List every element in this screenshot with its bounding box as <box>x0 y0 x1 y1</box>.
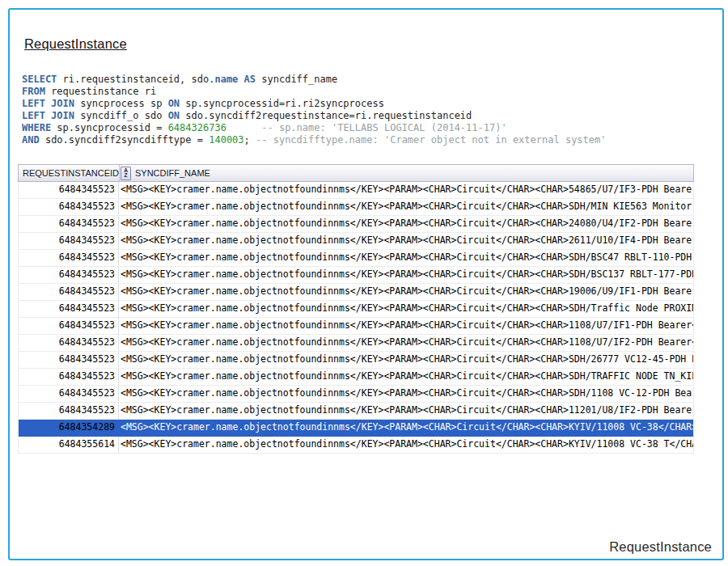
cell-requestinstanceid[interactable]: 6484345523 <box>19 352 118 368</box>
table-row[interactable]: 6484345523<MSG><KEY>cramer.name.objectno… <box>19 335 693 352</box>
sql-editor: SELECT ri.requestinstanceid, sdo.name AS… <box>22 74 607 146</box>
cell-requestinstanceid[interactable]: 6484345523 <box>19 199 118 215</box>
column-header-syncdiff-name[interactable]: A Z SYNCDIFF_NAME <box>120 165 693 181</box>
sql-token-plain: syncprocess sp <box>74 98 168 109</box>
cell-syncdiff-name[interactable]: <MSG><KEY>cramer.name.objectnotfoundinnm… <box>118 199 693 215</box>
cell-syncdiff-name[interactable]: <MSG><KEY>cramer.name.objectnotfoundinnm… <box>118 182 693 198</box>
results-grid: REQUESTINSTANCEID A Z SYNCDIFF_NAME 6484… <box>18 164 694 454</box>
sql-token-plain: ri.requestinstanceid, sdo. <box>57 74 214 85</box>
cell-syncdiff-name[interactable]: <MSG><KEY>cramer.name.objectnotfoundinnm… <box>118 420 693 436</box>
cell-syncdiff-name[interactable]: <MSG><KEY>cramer.name.objectnotfoundinnm… <box>118 369 693 385</box>
grid-header: REQUESTINSTANCEID A Z SYNCDIFF_NAME <box>18 164 694 182</box>
table-row[interactable]: 6484345523<MSG><KEY>cramer.name.objectno… <box>19 352 693 369</box>
sql-line: WHERE sp.syncprocessid = 6484326736 -- s… <box>22 122 607 134</box>
cell-requestinstanceid[interactable]: 6484345523 <box>19 182 118 198</box>
cell-requestinstanceid[interactable]: 6484354289 <box>19 420 118 436</box>
sql-token-plain: sp.syncprocessid=ri.ri2syncprocess <box>180 98 384 109</box>
cell-requestinstanceid[interactable]: 6484355614 <box>19 437 118 453</box>
sql-line: LEFT JOIN syncprocess sp ON sp.syncproce… <box>22 98 607 110</box>
cell-requestinstanceid[interactable]: 6484345523 <box>19 301 118 317</box>
cell-syncdiff-name[interactable]: <MSG><KEY>cramer.name.objectnotfoundinnm… <box>118 267 693 283</box>
cell-requestinstanceid[interactable]: 6484345523 <box>19 216 118 232</box>
sql-token-plain: sp.syncprocessid = <box>51 122 168 133</box>
sql-token-num: 6484326736 <box>168 122 226 133</box>
sort-icon-letter-bottom: Z <box>125 173 128 178</box>
cell-syncdiff-name[interactable]: <MSG><KEY>cramer.name.objectnotfoundinnm… <box>118 233 693 249</box>
table-row[interactable]: 6484345523<MSG><KEY>cramer.name.objectno… <box>19 386 693 403</box>
sql-token-kw: LEFT JOIN <box>22 110 74 121</box>
cell-syncdiff-name[interactable]: <MSG><KEY>cramer.name.objectnotfoundinnm… <box>118 335 693 351</box>
sql-token-kw: SELECT <box>22 74 57 85</box>
sql-token-plain: requestinstance ri <box>45 86 156 97</box>
sql-token-kw: LEFT JOIN <box>22 98 74 109</box>
cell-requestinstanceid[interactable]: 6484345523 <box>19 267 118 283</box>
sql-line: SELECT ri.requestinstanceid, sdo.name AS… <box>22 74 607 86</box>
table-row[interactable]: 6484345523<MSG><KEY>cramer.name.objectno… <box>19 250 693 267</box>
sql-line: LEFT JOIN syncdiff_o sdo ON sdo.syncdiff… <box>22 110 607 122</box>
table-row[interactable]: 6484345523<MSG><KEY>cramer.name.objectno… <box>19 267 693 284</box>
sql-token-kw: AND <box>22 134 40 146</box>
column-header-requestinstanceid[interactable]: REQUESTINSTANCEID <box>19 165 120 181</box>
cell-syncdiff-name[interactable]: <MSG><KEY>cramer.name.objectnotfoundinnm… <box>118 250 693 266</box>
table-row[interactable]: 6484345523<MSG><KEY>cramer.name.objectno… <box>19 233 693 250</box>
cell-requestinstanceid[interactable]: 6484345523 <box>19 233 118 249</box>
footer-label: RequestInstance <box>609 539 712 555</box>
column-label-requestinstanceid: REQUESTINSTANCEID <box>23 168 119 178</box>
cell-syncdiff-name[interactable]: <MSG><KEY>cramer.name.objectnotfoundinnm… <box>118 301 693 317</box>
table-row[interactable]: 6484345523<MSG><KEY>cramer.name.objectno… <box>19 301 693 318</box>
table-row[interactable]: 6484345523<MSG><KEY>cramer.name.objectno… <box>19 199 693 216</box>
sql-line: FROM requestinstance ri <box>22 86 607 98</box>
cell-syncdiff-name[interactable]: <MSG><KEY>cramer.name.objectnotfoundinnm… <box>118 386 693 402</box>
table-row-selected[interactable]: 6484354289<MSG><KEY>cramer.name.objectno… <box>19 420 693 437</box>
cell-syncdiff-name[interactable]: <MSG><KEY>cramer.name.objectnotfoundinnm… <box>118 437 693 453</box>
cell-syncdiff-name[interactable]: <MSG><KEY>cramer.name.objectnotfoundinnm… <box>118 318 693 334</box>
sql-token-plain: syncdiff_o sdo <box>74 110 168 121</box>
sql-token-kw: FROM <box>22 86 45 97</box>
table-row[interactable]: 6484345523<MSG><KEY>cramer.name.objectno… <box>19 369 693 386</box>
cell-syncdiff-name[interactable]: <MSG><KEY>cramer.name.objectnotfoundinnm… <box>118 216 693 232</box>
results-body: 6484345523<MSG><KEY>cramer.name.objectno… <box>18 182 694 454</box>
cell-requestinstanceid[interactable]: 6484345523 <box>19 386 118 402</box>
sql-token-plain: sdo.syncdiff2syncdifftype = <box>40 134 210 146</box>
sql-token-kw: WHERE <box>22 122 51 133</box>
sql-token-kw: ON <box>168 110 180 121</box>
cell-requestinstanceid[interactable]: 6484345523 <box>19 284 118 300</box>
sql-token-comment: -- sp.name: 'TELLABS LOGICAL (2014-11-17… <box>261 122 506 133</box>
sql-token-kw: AS <box>244 74 256 85</box>
sql-line: AND sdo.syncdiff2syncdifftype = 140003; … <box>22 134 607 146</box>
cell-syncdiff-name[interactable]: <MSG><KEY>cramer.name.objectnotfoundinnm… <box>118 403 693 419</box>
sort-az-icon[interactable]: A Z <box>121 167 131 180</box>
cell-requestinstanceid[interactable]: 6484345523 <box>19 403 118 419</box>
table-row[interactable]: 6484345523<MSG><KEY>cramer.name.objectno… <box>19 318 693 335</box>
cell-requestinstanceid[interactable]: 6484345523 <box>19 335 118 351</box>
sql-token-plain: syncdiff_name <box>256 74 337 85</box>
cell-requestinstanceid[interactable]: 6484345523 <box>19 369 118 385</box>
window: RequestInstance SELECT ri.requestinstanc… <box>8 8 724 560</box>
cell-requestinstanceid[interactable]: 6484345523 <box>19 318 118 334</box>
sql-token-plain <box>226 122 261 133</box>
column-label-syncdiff-name: SYNCDIFF_NAME <box>135 168 210 178</box>
sql-token-plain: ; <box>244 134 256 146</box>
cell-requestinstanceid[interactable]: 6484345523 <box>19 250 118 266</box>
table-row[interactable]: 6484345523<MSG><KEY>cramer.name.objectno… <box>19 182 693 199</box>
cell-syncdiff-name[interactable]: <MSG><KEY>cramer.name.objectnotfoundinnm… <box>118 352 693 368</box>
sql-token-kw: name <box>214 74 238 85</box>
sql-token-kw: ON <box>168 98 180 109</box>
table-row[interactable]: 6484345523<MSG><KEY>cramer.name.objectno… <box>19 216 693 233</box>
sql-token-plain <box>238 74 243 85</box>
table-row[interactable]: 6484345523<MSG><KEY>cramer.name.objectno… <box>19 284 693 301</box>
sql-token-comment: -- syncdifftype.name: 'Cramer object not… <box>256 134 606 146</box>
sql-token-plain: sdo.syncdiff2requestinstance=ri.requesti… <box>180 110 472 121</box>
sql-token-num: 140003 <box>209 134 243 146</box>
table-row[interactable]: 6484345523<MSG><KEY>cramer.name.objectno… <box>19 403 693 420</box>
page-title: RequestInstance <box>24 36 127 52</box>
cell-syncdiff-name[interactable]: <MSG><KEY>cramer.name.objectnotfoundinnm… <box>118 284 693 300</box>
table-row[interactable]: 6484355614<MSG><KEY>cramer.name.objectno… <box>19 437 693 454</box>
